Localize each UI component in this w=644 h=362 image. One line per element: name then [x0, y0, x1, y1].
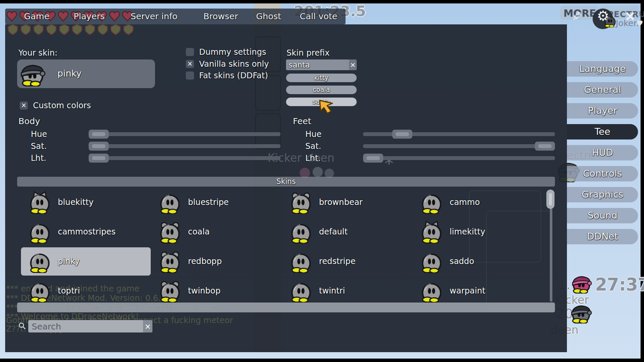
skin-name-label: coala	[188, 227, 210, 236]
slider-label-body-sat: Sat.	[31, 141, 47, 151]
slider-handle-body-hue[interactable]	[89, 130, 109, 139]
skin-item-twintri[interactable]: twintri	[282, 277, 412, 305]
skin-item-cammostripes[interactable]: cammostripes	[21, 218, 151, 246]
checkbox-label-custom-colors: Custom colors	[33, 101, 91, 110]
slider-handle-feet-sat[interactable]	[535, 142, 555, 151]
slider-handle-body-sat[interactable]	[89, 142, 109, 151]
checkbox-label-fat-skins-ddfat: Fat skins (DDFat)	[199, 71, 268, 80]
editor-pencil-icon[interactable]: ✎	[572, 9, 582, 24]
skin-name-label: bluekitty	[58, 197, 94, 207]
skin-prefix-value: santa	[289, 60, 310, 69]
settings-gear-icon[interactable]: ⚙	[597, 8, 609, 24]
skin-name-label: pinky	[58, 256, 80, 266]
slider-label-feet-sat: Sat.	[305, 141, 321, 151]
skin-name-label: brownbear	[319, 197, 363, 207]
skin-tee-avatar	[28, 191, 51, 216]
search-clear-button[interactable]: ×	[143, 320, 152, 332]
checkbox-dummy-settings[interactable]	[186, 48, 194, 56]
mouse-cursor	[319, 98, 335, 117]
skin-item-brownbear[interactable]: brownbear	[282, 188, 412, 217]
checkbox-fat-skins-ddfat[interactable]	[186, 71, 194, 80]
skin-tee-avatar	[158, 250, 182, 275]
search-placeholder: Search	[32, 321, 61, 332]
game-screen: 201:23.5 MORE SPECTRUM Joker. ♥ Spectre …	[0, 0, 644, 362]
skin-item-pinky[interactable]: pinky	[21, 247, 151, 276]
quit-close-icon[interactable]: ×	[624, 8, 636, 24]
skin-tee-avatar	[420, 279, 443, 304]
tee-settings-content: Your skin: pinky Dummy settings×Vanilla …	[0, 0, 644, 362]
skin-name-label: toptri	[58, 286, 80, 295]
skin-name-label: warpaint	[450, 286, 485, 295]
skin-item-bluekitty[interactable]: bluekitty	[21, 188, 151, 217]
search-input[interactable]: Search	[28, 320, 143, 332]
skin-name-label: cammo	[450, 197, 480, 207]
skin-tee-avatar	[158, 220, 182, 245]
slider-handle-feet-lht[interactable]	[363, 154, 383, 163]
skin-tee-avatar	[28, 250, 51, 275]
skin-item-redbopp[interactable]: redbopp	[151, 247, 281, 276]
skin-prefix-clear-button[interactable]: ×	[349, 59, 357, 70]
slider-track-body-lht[interactable]	[89, 156, 280, 160]
clear-x-icon: ×	[350, 61, 355, 69]
skin-tee-avatar	[28, 220, 51, 245]
skin-prefix-label: Skin prefix	[286, 48, 330, 57]
skin-tee-avatar	[289, 279, 313, 304]
slider-handle-body-lht[interactable]	[89, 154, 109, 163]
checkbox-label-dummy-settings: Dummy settings	[199, 47, 266, 56]
skin-item-warpaint[interactable]: warpaint	[413, 277, 543, 305]
skin-item-default[interactable]: default	[282, 218, 412, 246]
checkbox-label-vanilla-skins-only: Vanilla skins only	[199, 59, 269, 68]
slider-label-body-lht: Lht.	[31, 153, 46, 163]
skins-horizontal-scrollbar[interactable]	[17, 303, 555, 312]
skin-tee-avatar	[28, 279, 51, 304]
color-group-label-body: Body	[18, 116, 40, 126]
skin-tee-avatar	[289, 220, 313, 245]
skin-tee-avatar	[420, 250, 443, 275]
skin-prefix-input[interactable]: santa	[286, 59, 349, 70]
skin-name-label: redstripe	[319, 256, 355, 266]
skin-name-label: bluestripe	[188, 197, 229, 207]
color-group-label-feet: Feet	[293, 116, 311, 126]
skin-tee-avatar	[420, 220, 443, 245]
skin-item-twinbop[interactable]: twinbop	[151, 277, 281, 305]
slider-track-body-hue[interactable]	[89, 132, 280, 136]
your-skin-label: Your skin:	[18, 48, 57, 57]
skin-name-label: default	[319, 227, 348, 236]
skin-item-coala[interactable]: coala	[151, 218, 281, 246]
skin-prefix-preset-kitty[interactable]: kitty	[286, 74, 357, 82]
skin-name-label: saddo	[450, 256, 474, 266]
slider-label-feet-lht: Lht.	[305, 153, 321, 163]
skin-name-label: twintri	[319, 286, 345, 295]
skin-item-redstripe[interactable]: redstripe	[282, 247, 412, 276]
checkbox-custom-colors[interactable]: ×	[20, 101, 28, 110]
skin-item-bluestripe[interactable]: bluestripe	[151, 188, 281, 217]
slider-track-feet-sat[interactable]	[363, 144, 555, 148]
skin-item-saddo[interactable]: saddo	[413, 247, 543, 276]
skin-name-label: cammostripes	[58, 227, 116, 236]
skin-tee-avatar	[289, 250, 313, 275]
skin-name-label: twinbop	[188, 286, 221, 295]
skin-name-label: limekitty	[450, 227, 485, 236]
skin-item-toptri[interactable]: toptri	[21, 277, 151, 305]
skin-prefix-preset-coala[interactable]: coala	[286, 86, 357, 94]
skins-header-bar: Skins	[17, 177, 555, 187]
checkbox-vanilla-skins-only[interactable]: ×	[186, 60, 194, 68]
skin-preview-tee	[20, 61, 45, 88]
skin-name-label: redbopp	[188, 256, 222, 266]
skins-vertical-scrollbar-handle[interactable]	[546, 190, 555, 209]
slider-track-body-sat[interactable]	[89, 144, 280, 148]
skin-item-limekitty[interactable]: limekitty	[413, 218, 543, 246]
slider-track-feet-lht[interactable]	[363, 156, 555, 160]
slider-label-feet-hue: Hue	[305, 129, 322, 139]
skin-tee-avatar	[289, 191, 313, 216]
slider-label-body-hue: Hue	[31, 129, 47, 139]
current-skin-name: pinky	[57, 68, 81, 79]
skin-item-cammo[interactable]: cammo	[413, 188, 543, 217]
search-icon	[18, 322, 27, 332]
skins-header-label: Skins	[277, 177, 296, 186]
clear-x-icon: ×	[144, 322, 151, 331]
skin-tee-avatar	[420, 191, 443, 216]
slider-handle-feet-hue[interactable]	[392, 130, 412, 139]
skin-tee-avatar	[158, 279, 182, 304]
skin-tee-avatar	[158, 191, 182, 216]
